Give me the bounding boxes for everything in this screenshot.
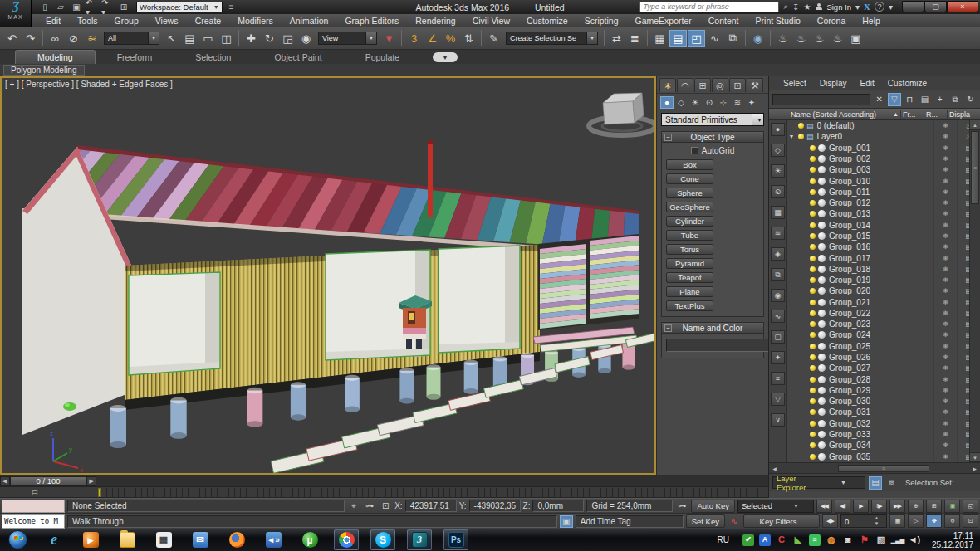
mirror-icon[interactable]: ⇄ <box>608 30 625 47</box>
explorer-row-group-035[interactable]: ▼Group_035❄▤ <box>787 451 980 461</box>
name-color-rollout-header[interactable]: − Name and Color <box>662 323 763 334</box>
go-to-start-button[interactable]: ◀◀ <box>816 500 832 513</box>
visibility-bulb-icon[interactable] <box>810 388 816 393</box>
tab-utilities-icon[interactable]: ⚒ <box>747 78 763 92</box>
help-search-input[interactable] <box>639 2 779 12</box>
select-and-rotate-icon[interactable]: ↻ <box>261 30 278 47</box>
visibility-bulb-icon[interactable] <box>810 266 816 272</box>
taskbar-photoshop[interactable]: Ps <box>443 529 468 550</box>
visibility-bulb-icon[interactable] <box>810 321 816 327</box>
filter-space-warps-icon[interactable]: ≋ <box>771 227 785 240</box>
plane-button[interactable]: Plane <box>666 286 713 297</box>
antivirus-tray-icon[interactable]: ✔ <box>742 534 754 546</box>
selection-filter-dropdown[interactable]: All▾ <box>104 32 159 45</box>
visibility-bulb-icon[interactable] <box>810 145 816 151</box>
frozen-toggle-icon[interactable]: ❄ <box>933 407 957 417</box>
visibility-bulb-icon[interactable] <box>810 167 816 173</box>
open-file-icon[interactable]: ▱ <box>54 2 67 12</box>
explorer-row-group-013[interactable]: ▼Group_013❄▤ <box>787 208 980 219</box>
help-icon[interactable]: ? <box>875 2 884 12</box>
tab-selection[interactable]: Selection <box>174 51 252 64</box>
restore-button[interactable]: ▢ <box>924 1 947 12</box>
explorer-row-group-002[interactable]: ▼Group_002❄▤ <box>787 154 980 164</box>
use-center-icon[interactable]: ◉ <box>297 30 315 47</box>
filter-funnel-icon[interactable]: ▽ <box>888 93 900 106</box>
scroll-right-icon[interactable]: ▶ <box>969 466 980 471</box>
visibility-bulb-icon[interactable] <box>810 233 816 239</box>
nvidia-tray-icon[interactable]: ◣ <box>792 534 804 546</box>
frozen-toggle-icon[interactable]: ❄ <box>933 429 957 440</box>
visibility-bulb-icon[interactable] <box>810 310 816 316</box>
layers-icon[interactable]: ▤ <box>919 93 931 106</box>
frozen-toggle-icon[interactable]: ❄ <box>933 231 957 241</box>
frozen-toggle-icon[interactable]: ❄ <box>933 373 957 384</box>
java-tray-icon[interactable]: ◍ <box>826 534 837 546</box>
maxscript-listener-text[interactable]: Welcome to M <box>2 514 65 529</box>
category-shapes-icon[interactable]: ◇ <box>674 96 688 109</box>
add-layer-icon[interactable]: + <box>933 93 946 106</box>
explorer-row-group-027[interactable]: ▼Group_027❄▤ <box>787 363 980 373</box>
download-icon[interactable]: ↧ <box>792 2 799 12</box>
viewport-label[interactable]: [ + ] [ Perspective ] [ Shaded + Edged F… <box>5 80 173 89</box>
visibility-bulb-icon[interactable] <box>810 277 816 283</box>
go-to-end-button[interactable]: ▶▶ <box>889 500 905 513</box>
visibility-bulb-icon[interactable] <box>798 134 804 139</box>
geosphere-button[interactable]: GeoSphere <box>666 202 713 212</box>
clear-search-icon[interactable]: ✕ <box>873 93 885 106</box>
visibility-bulb-icon[interactable] <box>810 421 816 427</box>
filter-influences-icon[interactable]: ✦ <box>771 351 785 364</box>
column-display[interactable]: Displa <box>947 110 980 119</box>
save-file-icon[interactable]: ▣ <box>70 2 83 12</box>
perspective-viewport[interactable]: [ + ] [ Perspective ] [ Shaded + Edged F… <box>0 76 656 475</box>
menu-gameexporter[interactable]: GameExporter <box>627 16 698 26</box>
camera-tray-icon[interactable]: ◙ <box>842 534 854 546</box>
column-render[interactable]: R... <box>924 110 947 119</box>
explorer-row-0-default[interactable]: ▼▤0 (default)❄♨ <box>787 120 980 131</box>
visibility-bulb-icon[interactable] <box>810 344 816 349</box>
explorer-row-group-003[interactable]: ▼Group_003❄▤ <box>787 164 980 175</box>
sync-tray-icon[interactable]: ≡ <box>809 534 821 546</box>
track-bar-frame-marker[interactable] <box>98 488 101 497</box>
frozen-toggle-icon[interactable]: ❄ <box>933 275 957 285</box>
visibility-bulb-icon[interactable] <box>810 365 816 371</box>
close-button[interactable]: × <box>947 1 978 12</box>
visibility-bulb-icon[interactable] <box>810 409 816 415</box>
explorer-menu-edit[interactable]: Edit <box>855 79 880 88</box>
field-of-view-icon[interactable]: ▷ <box>908 514 924 528</box>
scrollbar-thumb[interactable]: ≡ <box>971 131 979 204</box>
visibility-bulb-icon[interactable] <box>810 288 816 294</box>
window-crossing-icon[interactable]: ◫ <box>218 30 235 47</box>
angle-snap-icon[interactable]: ∠ <box>424 30 441 47</box>
taskbar-3ds-max[interactable]: 3 <box>407 529 432 550</box>
frozen-toggle-icon[interactable]: ❄ <box>933 385 957 396</box>
explorer-row-group-029[interactable]: ▼Group_029❄▤ <box>787 385 980 396</box>
maximize-viewport-icon[interactable]: ⊡ <box>963 514 978 528</box>
frozen-toggle-icon[interactable]: ❄ <box>933 308 957 319</box>
previous-frame-icon[interactable]: ◀ <box>0 476 10 486</box>
menu-rendering[interactable]: Rendering <box>408 16 463 26</box>
explorer-row-group-016[interactable]: ▼Group_016❄▤ <box>787 241 980 252</box>
visibility-bulb-icon[interactable] <box>810 200 816 206</box>
explorer-search-input[interactable] <box>772 94 870 105</box>
object-name-input[interactable] <box>666 339 782 352</box>
time-slider-handle[interactable]: 0 / 100 <box>10 476 86 486</box>
tab-populate[interactable]: Populate <box>344 51 421 64</box>
chevron-down-icon[interactable]: ▾ <box>855 2 860 12</box>
visibility-bulb-icon[interactable] <box>810 189 816 195</box>
project-folder-icon[interactable]: ⊞ <box>117 2 130 12</box>
taskbar-chrome[interactable] <box>334 529 359 550</box>
frozen-toggle-icon[interactable]: ❄ <box>933 319 957 329</box>
frozen-toggle-icon[interactable]: ❄ <box>933 418 957 429</box>
sphere-button[interactable]: Sphere <box>666 188 713 198</box>
category-lights-icon[interactable]: ☀ <box>688 96 702 109</box>
explorer-row-group-023[interactable]: ▼Group_023❄▤ <box>787 319 980 329</box>
visibility-bulb-icon[interactable] <box>810 332 816 338</box>
time-slider[interactable]: ◀ 0 / 100 ▶ <box>0 475 768 486</box>
new-key-settings-icon[interactable]: ∿ <box>728 515 741 528</box>
application-menu-button[interactable]: Ӡ MAX <box>0 0 32 27</box>
search-icon[interactable]: ⌕ <box>783 2 788 12</box>
menu-group[interactable]: Group <box>107 16 146 26</box>
tube-button[interactable]: Tube <box>666 230 713 241</box>
menu-create[interactable]: Create <box>188 16 229 26</box>
filter-xrefs-icon[interactable]: ⧉ <box>771 268 785 281</box>
